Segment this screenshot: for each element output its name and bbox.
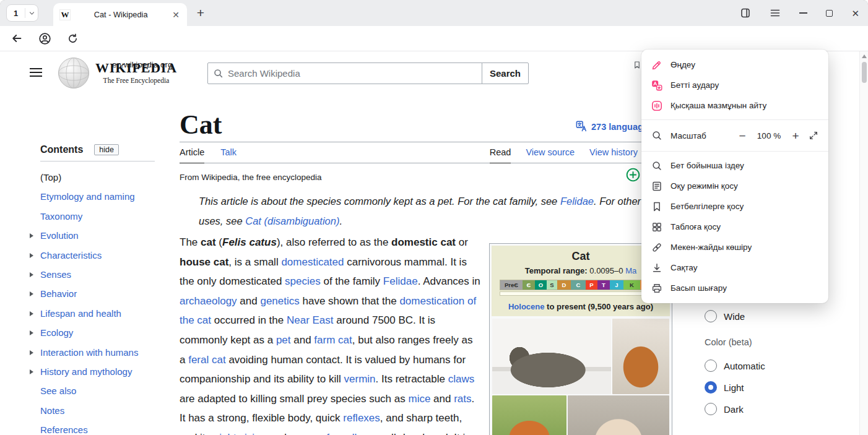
radio-automatic[interactable] — [705, 360, 717, 372]
toc-item[interactable]: Lifespan and health — [40, 304, 155, 323]
inline-link[interactable]: Ma — [625, 266, 636, 275]
inline-link[interactable]: archaeology — [180, 295, 237, 307]
radio-dark[interactable] — [705, 403, 717, 415]
inline-link[interactable]: domesticated — [281, 256, 344, 268]
inline-link[interactable]: Cat (disambiguation) — [245, 215, 339, 226]
chevron-down-icon[interactable] — [25, 10, 38, 17]
maximize-button[interactable] — [826, 10, 833, 17]
inline-link[interactable]: mice — [408, 393, 430, 405]
scroll-up-arrow[interactable] — [862, 54, 867, 58]
expand-icon[interactable] — [30, 233, 33, 238]
reload-button[interactable] — [67, 33, 79, 45]
window-close-button[interactable]: ✕ — [851, 9, 859, 18]
search-submit-button[interactable]: Search — [482, 62, 529, 84]
timeline-segment[interactable]: PreЄ — [500, 280, 523, 290]
add-icon[interactable] — [626, 168, 640, 182]
inline-link[interactable]: genetics — [260, 295, 299, 307]
tab-view-source[interactable]: View source — [526, 147, 575, 163]
menu-item-print[interactable]: Басып шығару — [641, 278, 828, 298]
fullscreen-icon[interactable] — [809, 131, 818, 140]
inline-link[interactable]: species — [285, 275, 321, 287]
cat-photo-ginger[interactable] — [492, 395, 566, 435]
inline-link[interactable]: reflexes — [343, 412, 380, 424]
timeline-segment[interactable]: D — [557, 280, 571, 290]
menu-item-copy-address[interactable]: Мекен-жайды көшіру — [641, 237, 828, 257]
side-panel-icon[interactable] — [740, 7, 751, 19]
menu-item-find[interactable]: Бет бойынша іздеу — [641, 155, 828, 176]
expand-icon[interactable] — [30, 369, 33, 374]
inline-link[interactable]: Felidae — [383, 275, 418, 287]
appearance-option-wide[interactable]: Wide — [705, 310, 745, 322]
timeline-segment[interactable]: Є — [523, 280, 535, 290]
toc-item[interactable]: Notes — [40, 401, 155, 420]
timeline-segment[interactable]: S — [547, 280, 557, 290]
toc-item[interactable]: Behavior — [40, 284, 155, 303]
timeline-segment[interactable]: P — [586, 280, 597, 290]
zoom-out-button[interactable]: − — [737, 130, 748, 142]
toc-item[interactable]: See also — [40, 381, 155, 400]
tab-view-history[interactable]: View history — [589, 147, 638, 163]
toc-item[interactable]: Taxonomy — [40, 207, 155, 226]
tab-article[interactable]: Article — [180, 147, 204, 163]
toc-item[interactable]: Senses — [40, 265, 155, 284]
minimize-button[interactable] — [799, 12, 807, 14]
inline-link[interactable]: feral cat — [188, 354, 225, 366]
wikipedia-logo[interactable] — [58, 57, 90, 89]
toc-item[interactable]: Characteristics — [40, 246, 155, 265]
menu-item-reader-mode[interactable]: Оқу режимін қосу — [641, 176, 828, 196]
bookmark-icon[interactable] — [633, 61, 641, 69]
scrollbar-thumb[interactable] — [862, 62, 867, 83]
timeline-segment[interactable]: J — [610, 280, 623, 290]
menu-item-save[interactable]: Сақтау — [641, 257, 828, 278]
browser-menu-icon[interactable] — [770, 7, 781, 19]
expand-icon[interactable] — [30, 253, 33, 258]
menu-item-edit[interactable]: Өңдеу — [641, 54, 828, 75]
inline-link[interactable]: farm cat — [314, 334, 352, 346]
profile-icon[interactable] — [38, 32, 51, 45]
menu-item-bookmark[interactable]: Бетбелгілерге қосу — [641, 196, 828, 217]
menu-item-translate-page[interactable]: Бетті аудару — [641, 75, 828, 95]
search-input[interactable]: Search Wikipedia — [207, 62, 482, 84]
inline-link[interactable]: sense of smell — [290, 432, 357, 435]
toc-item[interactable]: History and mythology — [40, 362, 155, 381]
expand-icon[interactable] — [30, 311, 33, 316]
expand-icon[interactable] — [30, 272, 33, 277]
appearance-option-automatic[interactable]: Automatic — [705, 360, 765, 372]
inline-link[interactable]: Near East — [287, 314, 334, 326]
inline-link[interactable]: Holocene — [508, 302, 545, 311]
inline-link[interactable]: vermin — [344, 373, 376, 385]
toc-item[interactable]: Evolution — [40, 226, 155, 245]
expand-icon[interactable] — [30, 291, 33, 296]
browser-tab[interactable]: W Cat - Wikipedia ✕ — [53, 3, 187, 26]
toc-item[interactable]: Ecology — [40, 323, 155, 342]
toc-item[interactable]: References — [40, 420, 155, 435]
page-scrollbar[interactable] — [859, 51, 868, 435]
appearance-option-dark[interactable]: Dark — [705, 403, 744, 415]
toc-item[interactable]: Interaction with humans — [40, 343, 155, 362]
inline-link[interactable]: Felidae — [560, 196, 594, 207]
wiki-menu-icon[interactable] — [30, 68, 42, 77]
menu-item-tablo[interactable]: Таблоға қосу — [641, 217, 828, 237]
tab-talk[interactable]: Talk — [220, 147, 237, 163]
toc-item[interactable]: Etymology and naming — [40, 187, 155, 206]
cat-photo-siamese[interactable] — [568, 395, 669, 435]
appearance-option-light[interactable]: Light — [705, 381, 744, 394]
cat-photo-abyssinian[interactable] — [612, 319, 669, 394]
timeline-segment[interactable]: T — [597, 280, 610, 290]
timeline-segment[interactable]: K — [623, 280, 640, 290]
inline-link[interactable]: pet — [276, 334, 291, 346]
tab-close-icon[interactable]: ✕ — [171, 10, 181, 20]
tab-read[interactable]: Read — [490, 147, 511, 163]
expand-icon[interactable] — [30, 330, 33, 335]
inline-link[interactable]: rats — [454, 393, 471, 405]
radio-wide[interactable] — [705, 310, 717, 322]
inline-link[interactable]: claws — [448, 373, 475, 385]
new-tab-button[interactable]: + — [193, 6, 208, 20]
menu-item-summarize[interactable]: Қысқаша мазмұнын айту — [641, 95, 828, 116]
timeline-segment[interactable]: O — [535, 280, 547, 290]
back-button[interactable] — [11, 32, 23, 45]
cat-photo-tabby[interactable] — [492, 319, 611, 394]
zoom-in-button[interactable]: + — [790, 130, 801, 142]
timeline-segment[interactable]: C — [571, 280, 586, 290]
expand-icon[interactable] — [30, 350, 33, 355]
